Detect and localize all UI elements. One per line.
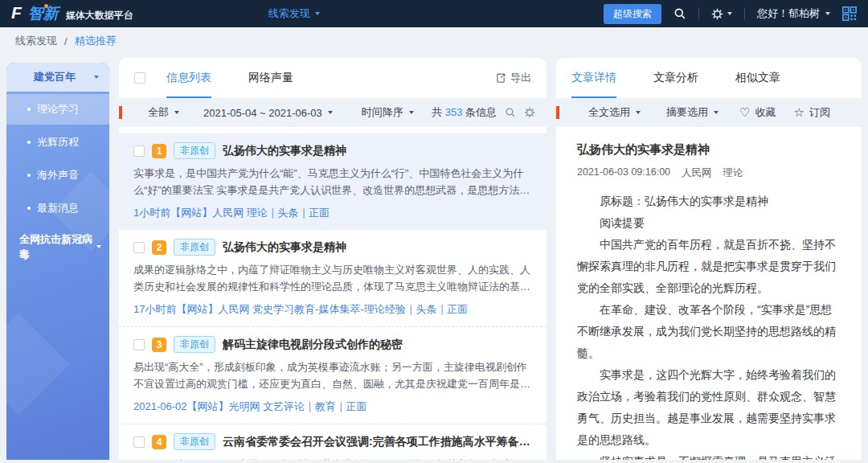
select-all-checkbox[interactable] <box>134 72 145 84</box>
item-summary: 实事求是，是中国共产党为什么“能”、马克思主义为什么“行”、中国特色社会主义为什… <box>133 165 532 199</box>
accent-bar <box>119 106 122 119</box>
sidebar-group-covid-fight[interactable]: 全网抗击新冠病毒 <box>6 223 109 270</box>
chevron-down-icon <box>825 12 830 15</box>
item-meta: 2021-06-02【网站】光明网 文艺评论｜教育｜正面 <box>133 399 532 414</box>
heart-icon: ♡ <box>739 105 750 120</box>
divider <box>698 7 699 20</box>
search-in-list-icon[interactable] <box>505 107 516 118</box>
sidebar-group-label: 全网抗击新冠病毒 <box>19 232 92 262</box>
item-meta: 17小时前【网站】人民网 党史学习教育-媒体集萃-理论经验｜头条｜正面 <box>133 302 532 317</box>
bullet-dot-icon <box>27 108 31 111</box>
list-item[interactable]: 2 非原创 弘扬伟大的实事求是精神 成果的逻辑脉络之中，内蕴了辩证唯物主义与历史… <box>119 230 547 326</box>
item-title: 解码主旋律电视剧分段式创作的秘密 <box>223 338 403 352</box>
date-range-label: 2021-05-04 ~ 2021-06-03 <box>203 107 322 119</box>
rank-badge: 4 <box>152 435 166 449</box>
chevron-down-icon <box>96 245 101 248</box>
subscribe-button[interactable]: ☆ 订阅 <box>793 105 829 120</box>
breadcrumb-parent[interactable]: 线索发现 <box>15 34 57 48</box>
chevron-down-icon <box>636 111 641 114</box>
user-menu[interactable]: 您好！郁柏树 <box>757 6 830 21</box>
qr-code-icon[interactable] <box>842 6 857 21</box>
super-search-button[interactable]: 超级搜索 <box>604 4 661 24</box>
tab-article-detail[interactable]: 文章详情 <box>571 58 616 98</box>
count-suffix: 条信息 <box>465 106 497 118</box>
sidebar-item-label: 光辉历程 <box>37 135 79 150</box>
origin-tag: 非原创 <box>174 239 215 256</box>
article-source: 人民网 <box>682 166 712 180</box>
result-count: 共 353 条信息 <box>432 105 497 120</box>
sidebar-item-label: 理论学习 <box>37 102 79 117</box>
item-title: 云南省委常委会召开会议强调:完善各项工作措施高水平筹备好COP15 <box>223 435 532 449</box>
breadcrumb-current: 精选推荐 <box>75 34 117 48</box>
list-item[interactable]: 3 非原创 解码主旋律电视剧分段式创作的秘密 易出现“高大全”，形成刻板印象，成… <box>119 326 547 424</box>
article-paragraph: 坚持实事求是，不懈探索真理，是马克思主义活的灵魂，是不断实现其历史性飞跃的根本思… <box>577 451 841 460</box>
item-checkbox[interactable] <box>133 145 145 157</box>
sidebar-item-theory-study[interactable]: 理论学习 <box>6 94 109 125</box>
item-checkbox[interactable] <box>133 339 145 350</box>
abstract-use-label: 摘要选用 <box>666 105 708 120</box>
list-item-head: 1 非原创 弘扬伟大的实事求是精神 <box>133 142 532 159</box>
export-icon <box>495 72 506 84</box>
sidebar-item-latest-news[interactable]: 最新消息 <box>6 193 109 223</box>
tab-article-analysis[interactable]: 文章分析 <box>653 58 698 98</box>
star-icon: ☆ <box>793 105 804 120</box>
nav-menu-clue-discovery[interactable]: 线索发现 <box>268 6 320 21</box>
date-range-dropdown[interactable]: 2021-05-04 ~ 2021-06-03 <box>203 107 333 119</box>
tab-info-list[interactable]: 信息列表 <box>166 58 211 98</box>
tab-network-volume[interactable]: 网络声量 <box>248 58 293 98</box>
list-item[interactable]: 1 非原创 弘扬伟大的实事求是精神 实事求是，是中国共产党为什么“能”、马克思主… <box>119 133 547 230</box>
accent-bar <box>556 106 559 119</box>
sidebar-item-glorious-course[interactable]: 光辉历程 <box>6 127 109 158</box>
origin-tag: 非原创 <box>174 433 215 450</box>
article-title: 弘扬伟大的实事求是精神 <box>577 142 841 158</box>
list-filter-bar: 全部 2021-05-04 ~ 2021-06-03 时间降序 共 353 条信… <box>119 98 547 127</box>
sidebar-item-overseas-voice[interactable]: 海外声音 <box>6 160 109 191</box>
sidebar-group-party-centenary[interactable]: 建党百年 <box>6 63 109 92</box>
list-item[interactable]: 4 非原创 云南省委常委会召开会议强调:完善各项工作措施高水平筹备好COP15 … <box>119 424 547 460</box>
fulltext-use-label: 全文选用 <box>588 105 630 120</box>
sort-order-label: 时间降序 <box>362 105 403 120</box>
rank-badge: 3 <box>152 338 166 352</box>
abstract-use-dropdown[interactable]: 摘要选用 <box>666 105 719 120</box>
article-detail-panel: 文章详情 文章分析 相似文章 全文选用 摘要选用 ♡ 收藏 ☆ 订阅 <box>556 58 862 460</box>
scope-filter-dropdown[interactable]: 全部 <box>148 105 179 120</box>
bullet-dot-icon <box>27 174 31 177</box>
chevron-down-icon <box>315 12 320 15</box>
item-meta: 1小时前【网站】人民网 理论｜头条｜正面 <box>133 206 532 220</box>
logo-product-name: 媒体大数据平台 <box>66 9 133 23</box>
list-item-head: 3 非原创 解码主旋律电视剧分段式创作的秘密 <box>133 336 532 353</box>
article-paragraph: 原标题：弘扬伟大的实事求是精神 <box>577 191 841 212</box>
favorite-label: 收藏 <box>755 105 776 120</box>
app-logo: F 智新 媒体大数据平台 <box>11 3 133 24</box>
count-number: 353 <box>445 106 463 118</box>
chevron-down-icon <box>94 76 99 79</box>
settings-gear-dropdown[interactable] <box>711 8 732 20</box>
breadcrumb: 线索发现 / 精选推荐 <box>0 27 868 55</box>
item-title: 弘扬伟大的实事求是精神 <box>223 240 346 255</box>
subscribe-label: 订阅 <box>809 105 830 120</box>
article-body: 原标题：弘扬伟大的实事求是精神 阅读提要 中国共产党的百年历程，就是百折不挠、坚… <box>577 191 841 460</box>
list-settings-gear-icon[interactable] <box>524 107 535 118</box>
rank-badge: 1 <box>152 144 166 158</box>
tab-similar-articles[interactable]: 相似文章 <box>735 58 780 98</box>
user-greeting: 您好！郁柏树 <box>757 6 820 21</box>
search-icon[interactable] <box>674 7 686 20</box>
item-checkbox[interactable] <box>133 242 145 253</box>
item-title: 弘扬伟大的实事求是精神 <box>223 144 346 158</box>
scope-filter-label: 全部 <box>148 105 169 120</box>
origin-tag: 非原创 <box>174 336 215 353</box>
item-checkbox[interactable] <box>133 436 145 448</box>
export-button[interactable]: 导出 <box>495 71 531 85</box>
list-item-head: 4 非原创 云南省委常委会召开会议强调:完善各项工作措施高水平筹备好COP15 <box>133 433 532 450</box>
sidebar-group-label: 建党百年 <box>34 70 76 84</box>
main-content: 建党百年 理论学习 光辉历程 海外声音 最新消息 全网抗击新冠病毒 信息列表 <box>0 55 868 460</box>
article-paragraph: 阅读提要 <box>577 212 841 234</box>
chevron-down-icon <box>409 111 414 114</box>
favorite-button[interactable]: ♡ 收藏 <box>739 105 776 120</box>
logo-brand-text: 智新 <box>28 3 59 24</box>
bullet-dot-icon <box>27 141 31 144</box>
chevron-down-icon <box>328 111 333 114</box>
fulltext-use-dropdown[interactable]: 全文选用 <box>588 105 641 120</box>
nav-menu-label: 线索发现 <box>268 6 310 21</box>
sort-order-dropdown[interactable]: 时间降序 <box>362 105 414 120</box>
